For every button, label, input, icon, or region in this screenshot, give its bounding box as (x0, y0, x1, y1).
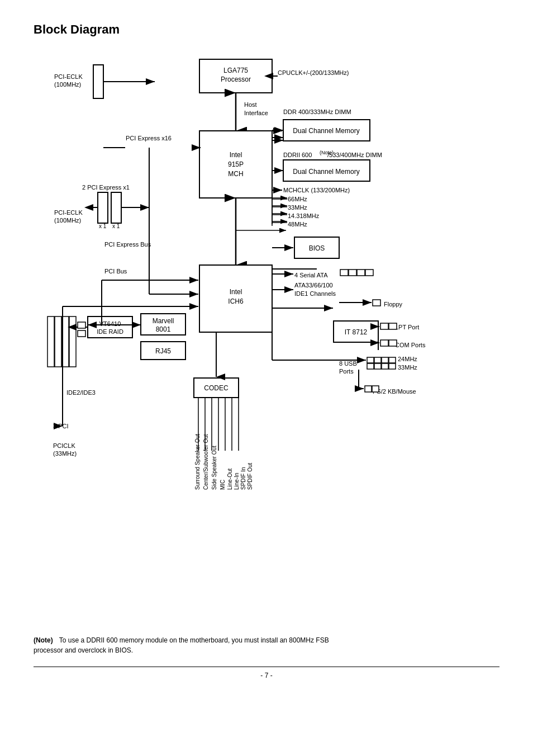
svg-rect-130 (141, 342, 185, 360)
svg-rect-142 (78, 330, 85, 337)
diagram-svg: LGA775 Processor PCI-ECLK (100MHz) CPUCL… (37, 48, 496, 618)
svg-rect-101 (365, 386, 372, 392)
svg-text:PCI Bus: PCI Bus (104, 268, 127, 275)
svg-text:CPUCLK+/-(200/133MHz): CPUCLK+/-(200/133MHz) (278, 69, 349, 76)
svg-text:3 PCI: 3 PCI (53, 423, 69, 429)
svg-text:4 Serial ATA: 4 Serial ATA (294, 272, 328, 278)
svg-text:Dual Channel Memory: Dual Channel Memory (293, 168, 359, 176)
svg-text:Dual Channel Memory: Dual Channel Memory (293, 127, 359, 135)
svg-text:24MHz: 24MHz (398, 356, 417, 362)
svg-rect-71 (373, 300, 380, 306)
svg-text:14.318MHz: 14.318MHz (288, 212, 320, 219)
svg-rect-102 (372, 386, 379, 392)
svg-rect-89 (374, 357, 381, 363)
svg-rect-83 (389, 340, 397, 346)
page-number: - 7 - (34, 667, 499, 679)
svg-text:VT6410: VT6410 (99, 320, 121, 327)
svg-text:(100MHz): (100MHz) (54, 217, 81, 224)
svg-text:PCI-ECLK: PCI-ECLK (54, 73, 83, 80)
svg-text:x 1: x 1 (99, 223, 107, 229)
note-section: (Note) To use a DDRII 600 memory module … (34, 635, 499, 655)
svg-text:Host: Host (244, 101, 257, 108)
svg-rect-138 (62, 316, 69, 367)
svg-rect-90 (382, 357, 388, 363)
svg-text:Line-In: Line-In (234, 472, 240, 490)
svg-rect-64 (357, 270, 365, 276)
svg-rect-124 (141, 314, 185, 335)
svg-rect-111 (111, 192, 121, 223)
note-text: To use a DDRII 600 memory module on the … (34, 636, 329, 654)
svg-text:x 1: x 1 (112, 223, 120, 229)
svg-rect-8 (199, 59, 272, 93)
svg-rect-88 (367, 357, 374, 363)
svg-text:33MHz: 33MHz (288, 204, 307, 211)
svg-rect-78 (380, 323, 388, 329)
svg-text:Surround Speaker Out: Surround Speaker Out (194, 434, 201, 490)
svg-text:(Note): (Note) (320, 150, 334, 155)
svg-text:MCHCLK (133/200MHz): MCHCLK (133/200MHz) (283, 187, 350, 193)
svg-rect-65 (365, 270, 373, 276)
note-prefix: (Note) (34, 636, 53, 644)
svg-text:PCI-ECLK: PCI-ECLK (54, 209, 83, 216)
svg-text:8001: 8001 (156, 325, 171, 333)
svg-rect-110 (98, 192, 108, 223)
svg-text:IT 8712: IT 8712 (345, 328, 368, 336)
svg-text:Line-Out: Line-Out (227, 468, 233, 490)
svg-rect-139 (69, 316, 76, 367)
svg-text:ATA33/66/100: ATA33/66/100 (294, 282, 333, 289)
svg-rect-28 (283, 120, 370, 141)
svg-text:Floppy: Floppy (384, 301, 403, 308)
svg-text:Processor: Processor (221, 75, 251, 83)
svg-text:MCH: MCH (228, 170, 243, 178)
svg-text:CODEC: CODEC (204, 384, 229, 392)
svg-text:Ports: Ports (339, 368, 354, 375)
svg-text:DDR 400/333MHz DIMM: DDR 400/333MHz DIMM (283, 108, 351, 115)
page: Block Diagram (0, 0, 533, 756)
svg-text:Intel: Intel (230, 151, 242, 159)
svg-text:8 USB: 8 USB (339, 360, 357, 367)
svg-rect-93 (374, 363, 381, 369)
svg-text:33MHz: 33MHz (398, 364, 417, 371)
diagram-container: LGA775 Processor PCI-ECLK (100MHz) CPUCL… (37, 48, 496, 618)
svg-text:(33MHz): (33MHz) (53, 450, 77, 457)
svg-rect-20 (199, 131, 272, 198)
svg-text:BIOS: BIOS (309, 244, 325, 252)
svg-rect-136 (47, 316, 54, 367)
svg-text:SPDIF Out: SPDIF Out (247, 462, 253, 490)
svg-text:PS/2 KB/Mouse: PS/2 KB/Mouse (373, 388, 416, 395)
svg-text:Side Speaker Out: Side Speaker Out (211, 446, 217, 490)
svg-rect-94 (382, 363, 388, 369)
svg-text:Interface: Interface (244, 110, 268, 116)
svg-text:COM Ports: COM Ports (395, 342, 426, 348)
svg-text:48MHz: 48MHz (288, 221, 307, 228)
svg-text:Intel: Intel (230, 288, 242, 296)
svg-rect-73 (334, 321, 378, 342)
svg-text:IDE1 Channels: IDE1 Channels (294, 290, 336, 297)
svg-text:PCI Express Bus: PCI Express Bus (104, 241, 151, 248)
svg-text:IDE2/IDE3: IDE2/IDE3 (66, 389, 96, 396)
svg-text:SPDIF In: SPDIF In (240, 467, 246, 490)
svg-rect-91 (389, 357, 396, 363)
svg-rect-58 (294, 237, 339, 258)
svg-text:RJ45: RJ45 (155, 347, 171, 355)
svg-rect-13 (93, 65, 103, 98)
svg-text:DDRII 600: DDRII 600 (283, 152, 312, 158)
svg-rect-127 (88, 316, 132, 338)
svg-rect-62 (340, 270, 348, 276)
svg-rect-55 (199, 265, 272, 332)
svg-text:915P: 915P (228, 160, 244, 168)
svg-text:Marvell: Marvell (153, 317, 174, 325)
svg-rect-79 (389, 323, 397, 329)
svg-text:66MHz: 66MHz (288, 196, 307, 202)
svg-rect-137 (55, 316, 61, 367)
svg-text:ICH6: ICH6 (228, 297, 244, 305)
svg-rect-63 (349, 270, 356, 276)
svg-text:PCICLK: PCICLK (53, 442, 75, 449)
svg-text:IDE RAID: IDE RAID (97, 328, 123, 335)
page-title: Block Diagram (34, 22, 499, 37)
svg-text:2 PCI Express x1: 2 PCI Express x1 (82, 184, 130, 191)
svg-text:MIC: MIC (220, 480, 226, 490)
svg-text:LGA775: LGA775 (223, 67, 248, 74)
svg-rect-82 (380, 340, 388, 346)
svg-rect-141 (78, 322, 85, 328)
